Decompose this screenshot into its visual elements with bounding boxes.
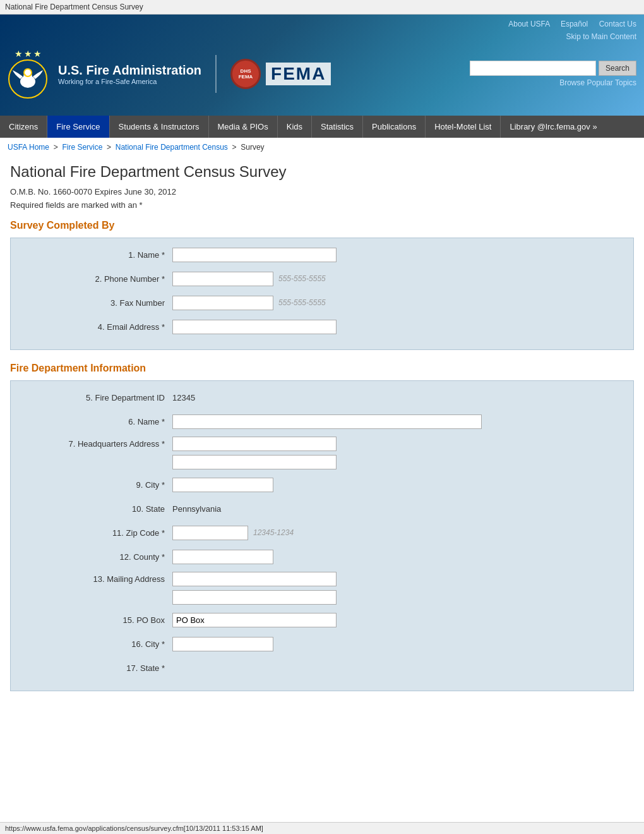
header-main: ★ ★ ★	[0, 42, 644, 106]
espanol-link[interactable]: Español	[561, 20, 588, 28]
phone-input[interactable]	[172, 272, 273, 286]
header-search-area: Search Browse Popular Topics	[470, 61, 636, 87]
nav-kids[interactable]: Kids	[278, 116, 312, 138]
breadcrumb-usfa-home[interactable]: USFA Home	[8, 143, 49, 152]
nav-statistics[interactable]: Statistics	[312, 116, 363, 138]
field-label-dept-id: 5. Fire Department ID	[21, 393, 172, 402]
star-icon: ★	[33, 49, 42, 59]
form-section-completed-by: 1. Name * 2. Phone Number * 555-555-5555…	[10, 238, 634, 350]
field-row-hq-address: 7. Headquarters Address *	[21, 437, 623, 469]
form-section-fire-dept: 5. Fire Department ID 12345 6. Name * 7.…	[10, 380, 634, 691]
field-input-area-po-box	[172, 613, 623, 627]
field-label-mailing-city: 16. City *	[21, 639, 172, 649]
field-row-state: 10. State Pennsylvania	[21, 500, 623, 517]
field-input-area-dept-name	[172, 414, 623, 429]
skip-to-main[interactable]: Skip to Main Content	[0, 31, 644, 42]
nav-citizens[interactable]: Citizens	[0, 116, 47, 138]
field-label-county: 12. County *	[21, 552, 172, 562]
search-row: Search	[470, 61, 636, 76]
section-heading-fire-dept: Fire Department Information	[10, 363, 634, 374]
dept-name-input[interactable]	[172, 414, 482, 429]
field-row-city: 9. City *	[21, 476, 623, 493]
breadcrumb-fire-service[interactable]: Fire Service	[62, 143, 102, 152]
field-row-dept-id: 5. Fire Department ID 12345	[21, 389, 623, 406]
state-value: Pennsylvania	[172, 504, 221, 514]
field-label-po-box: 15. PO Box	[21, 615, 172, 625]
breadcrumb-current: Survey	[241, 143, 264, 152]
contact-us-link[interactable]: Contact Us	[599, 20, 636, 28]
field-row-po-box: 15. PO Box	[21, 611, 623, 629]
field-label-state: 10. State	[21, 504, 172, 514]
usfa-logo-text: U.S. Fire Administration Working for a F…	[58, 63, 201, 85]
field-label-city: 9. City *	[21, 480, 172, 490]
field-row-phone: 2. Phone Number * 555-555-5555	[21, 270, 623, 287]
field-input-area-fax: 555-555-5555	[172, 296, 623, 310]
po-box-input[interactable]	[172, 613, 337, 627]
zip-input[interactable]	[172, 526, 248, 540]
breadcrumb-census[interactable]: National Fire Department Census	[116, 143, 228, 152]
nav-media-pios[interactable]: Media & PIOs	[209, 116, 278, 138]
county-input[interactable]	[172, 550, 273, 564]
mailing-address-line1-input[interactable]	[172, 572, 337, 586]
field-label-hq-address: 7. Headquarters Address *	[21, 437, 172, 449]
nav-hotel-motel[interactable]: Hotel-Motel List	[426, 116, 501, 138]
field-row-mailing-address: 13. Mailing Address	[21, 572, 623, 605]
field-input-area-email	[172, 320, 623, 334]
about-usfa-link[interactable]: About USFA	[508, 20, 549, 28]
usfa-main-title: U.S. Fire Administration	[58, 63, 201, 78]
logo-divider	[215, 55, 217, 93]
usfa-sub-title: Working for a Fire-Safe America	[58, 78, 201, 85]
main-content: National Fire Department Census Survey O…	[0, 157, 644, 716]
zip-placeholder: 12345-1234	[253, 528, 294, 537]
field-row-zip: 11. Zip Code * 12345-1234	[21, 524, 623, 541]
eagle-logo	[8, 59, 48, 99]
name-input[interactable]	[172, 248, 337, 262]
dept-id-value: 12345	[172, 393, 195, 402]
fax-input[interactable]	[172, 296, 273, 310]
field-input-area-dept-id: 12345	[172, 393, 623, 402]
star-icon: ★	[24, 49, 32, 59]
hq-address-line2-input[interactable]	[172, 455, 337, 469]
field-row-county: 12. County *	[21, 548, 623, 565]
search-input[interactable]	[470, 61, 596, 76]
fax-placeholder: 555-555-5555	[278, 298, 326, 307]
fema-seal: DHSFEMA	[230, 59, 261, 89]
omb-text: O.M.B. No. 1660-0070 Expires June 30, 20…	[10, 187, 634, 196]
nav-fire-service[interactable]: Fire Service	[47, 116, 109, 138]
star-icon: ★	[15, 49, 23, 59]
field-label-email: 4. Email Address *	[21, 322, 172, 332]
phone-placeholder: 555-555-5555	[278, 274, 326, 283]
field-input-area-hq-address	[172, 437, 623, 469]
city-input[interactable]	[172, 478, 273, 492]
field-input-area-county	[172, 550, 623, 564]
field-label-mailing-address: 13. Mailing Address	[21, 572, 172, 584]
browse-topics[interactable]: Browse Popular Topics	[559, 78, 636, 87]
field-input-area-phone: 555-555-5555	[172, 272, 623, 286]
breadcrumb: USFA Home > Fire Service > National Fire…	[0, 138, 644, 157]
nav-bar: Citizens Fire Service Students & Instruc…	[0, 116, 644, 138]
required-note: Required fields are marked with an *	[10, 200, 634, 210]
field-input-area-mailing-city	[172, 637, 623, 651]
field-label-dept-name: 6. Name *	[21, 417, 172, 426]
mailing-address-line2-input[interactable]	[172, 590, 337, 605]
field-row-dept-name: 6. Name *	[21, 413, 623, 430]
svg-point-4	[25, 70, 31, 76]
field-row-mailing-state: 17. State *	[21, 659, 623, 677]
field-row-mailing-city: 16. City *	[21, 635, 623, 653]
email-input[interactable]	[172, 320, 337, 334]
field-row-fax: 3. Fax Number 555-555-5555	[21, 294, 623, 311]
mailing-city-input[interactable]	[172, 637, 273, 651]
field-row-email: 4. Email Address *	[21, 318, 623, 335]
nav-publications[interactable]: Publications	[363, 116, 426, 138]
field-label-mailing-state: 17. State *	[21, 663, 172, 673]
search-button[interactable]: Search	[599, 61, 636, 76]
header: About USFA Español Contact Us Skip to Ma…	[0, 15, 644, 116]
hq-address-line1-input[interactable]	[172, 437, 337, 451]
nav-library[interactable]: Library @lrc.fema.gov »	[501, 116, 605, 138]
section-heading-completed-by: Survey Completed By	[10, 220, 634, 231]
browser-title: National Fire Department Census Survey	[0, 0, 644, 15]
fema-text: FEMA	[266, 63, 331, 85]
field-label-fax: 3. Fax Number	[21, 298, 172, 308]
field-input-area-mailing-address	[172, 572, 623, 605]
nav-students-instructors[interactable]: Students & Instructors	[110, 116, 209, 138]
